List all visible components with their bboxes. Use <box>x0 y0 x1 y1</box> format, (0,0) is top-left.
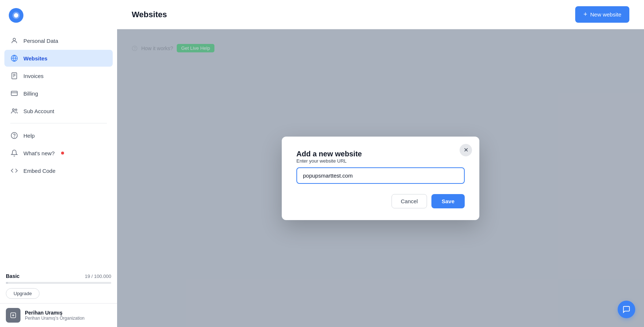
user-org: Perihan Uramış's Organization <box>25 316 85 321</box>
sidebar-item-help[interactable]: Help <box>4 127 113 144</box>
cancel-button[interactable]: Cancel <box>392 194 427 208</box>
sidebar-item-label: What's new? <box>23 150 55 156</box>
new-website-label: New website <box>590 11 621 18</box>
svg-point-1 <box>14 13 18 18</box>
sidebar-nav: Personal Data Websites Invoices <box>0 29 117 270</box>
plus-icon: + <box>583 11 587 18</box>
sidebar-item-label: Billing <box>23 90 38 97</box>
sidebar-item-personal-data[interactable]: Personal Data <box>4 32 113 49</box>
app-logo <box>9 8 23 23</box>
sidebar-item-label: Help <box>23 133 35 139</box>
new-website-button[interactable]: + New website <box>575 6 629 23</box>
sidebar-item-label: Invoices <box>23 73 44 79</box>
svg-point-10 <box>12 109 14 111</box>
chat-bubble-button[interactable] <box>618 301 635 318</box>
user-section: Perihan Uramış Perihan Uramış's Organiza… <box>0 303 117 327</box>
sidebar-item-whats-new[interactable]: What's new? <box>4 145 113 161</box>
nav-divider <box>10 123 107 123</box>
modal-footer: Cancel Save <box>296 194 465 208</box>
add-website-modal: Add a new website ✕ Enter your website U… <box>282 137 479 220</box>
modal-title: Add a new website <box>296 150 362 158</box>
main-header: Websites + New website <box>117 0 644 29</box>
sidebar-item-embed-code[interactable]: Embed Code <box>4 162 113 179</box>
svg-rect-8 <box>11 91 18 96</box>
notification-dot <box>61 152 64 155</box>
user-info: Perihan Uramış Perihan Uramış's Organiza… <box>25 310 85 321</box>
sidebar-item-label: Personal Data <box>23 38 58 44</box>
modal-close-button[interactable]: ✕ <box>460 144 472 156</box>
page-title: Websites <box>132 10 167 19</box>
plan-usage: 19 / 100.000 <box>85 274 111 279</box>
sidebar: Personal Data Websites Invoices <box>0 0 117 327</box>
globe-icon <box>10 54 18 62</box>
upgrade-button[interactable]: Upgrade <box>6 288 40 299</box>
website-url-input[interactable] <box>296 167 465 184</box>
code-icon <box>10 167 18 175</box>
sidebar-item-websites[interactable]: Websites <box>4 50 113 67</box>
main-area: Websites + New website How it works? Get… <box>117 0 644 327</box>
sidebar-item-invoices[interactable]: Invoices <box>4 67 113 84</box>
sidebar-item-sub-account[interactable]: Sub Account <box>4 103 113 119</box>
sidebar-item-label: Embed Code <box>23 168 56 174</box>
sidebar-item-billing[interactable]: Billing <box>4 85 113 102</box>
question-icon <box>10 131 18 140</box>
sidebar-item-label: Websites <box>23 55 48 62</box>
close-icon: ✕ <box>464 146 468 153</box>
url-input-label: Enter your website URL <box>296 158 465 164</box>
avatar <box>6 308 20 323</box>
person-icon <box>10 37 18 45</box>
bell-icon <box>10 149 18 157</box>
save-button[interactable]: Save <box>431 194 465 208</box>
modal-overlay: Add a new website ✕ Enter your website U… <box>117 29 644 327</box>
svg-point-13 <box>14 137 15 137</box>
receipt-icon <box>10 72 18 80</box>
plan-name: Basic <box>6 273 19 279</box>
logo-area <box>0 0 117 29</box>
credit-card-icon <box>10 89 18 97</box>
sidebar-item-label: Sub Account <box>23 108 54 114</box>
plan-progress-bar <box>6 282 111 284</box>
svg-point-2 <box>13 38 16 41</box>
people-icon <box>10 107 18 115</box>
user-name: Perihan Uramış <box>25 310 85 316</box>
plan-info: Basic 19 / 100.000 Upgrade <box>0 270 117 303</box>
chat-icon <box>622 305 630 313</box>
main-body: How it works? Get Live Help Add a new we… <box>117 29 644 327</box>
svg-point-11 <box>15 109 17 111</box>
plan-progress-fill <box>6 282 8 284</box>
